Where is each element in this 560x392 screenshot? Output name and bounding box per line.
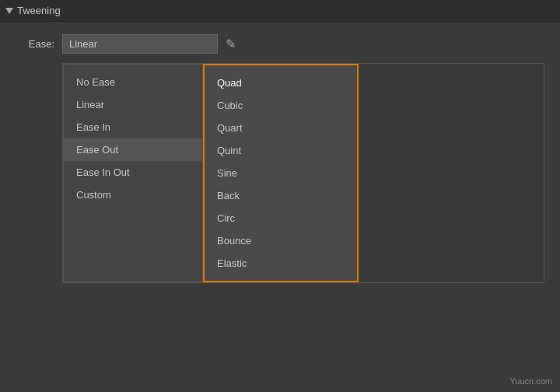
curve-item-quint[interactable]: Quint (205, 139, 357, 162)
curve-item-bounce[interactable]: Bounce (205, 229, 357, 252)
panel-header: Tweening (0, 0, 560, 22)
ease-type-list: No Ease Linear Ease In Ease Out Ease In … (63, 64, 203, 282)
watermark: Yuucn.com (510, 376, 552, 386)
ease-input[interactable] (62, 34, 218, 54)
ease-row: Ease: ✎ (16, 34, 544, 54)
ease-item-ease-in-out[interactable]: Ease In Out (64, 161, 202, 184)
ease-label: Ease: (16, 38, 54, 50)
curve-item-quad[interactable]: Quad (205, 72, 357, 94)
curve-item-cubic[interactable]: Cubic (205, 94, 357, 117)
dropdown-container: No Ease Linear Ease In Ease Out Ease In … (62, 63, 544, 283)
ease-item-ease-in[interactable]: Ease In (64, 116, 202, 138)
ease-curve-list: Quad Cubic Quart Quint Sine Back Circ Bo… (203, 64, 359, 282)
pencil-icon[interactable]: ✎ (226, 37, 236, 51)
curve-item-back[interactable]: Back (205, 184, 357, 207)
curve-item-quart[interactable]: Quart (205, 117, 357, 139)
curve-item-elastic[interactable]: Elastic (205, 252, 357, 275)
collapse-icon[interactable] (5, 8, 13, 14)
curve-item-sine[interactable]: Sine (205, 162, 357, 184)
curve-item-circ[interactable]: Circ (205, 207, 357, 229)
panel: Tweening Ease: ✎ No Ease Linear Ease In … (0, 0, 560, 296)
ease-item-no-ease[interactable]: No Ease (64, 71, 202, 93)
ease-item-custom[interactable]: Custom (64, 184, 202, 206)
ease-item-ease-out[interactable]: Ease Out (64, 138, 202, 161)
ease-item-linear[interactable]: Linear (64, 93, 202, 116)
panel-content: Ease: ✎ No Ease Linear Ease In Ease Out … (0, 22, 560, 296)
panel-title: Tweening (17, 5, 61, 16)
